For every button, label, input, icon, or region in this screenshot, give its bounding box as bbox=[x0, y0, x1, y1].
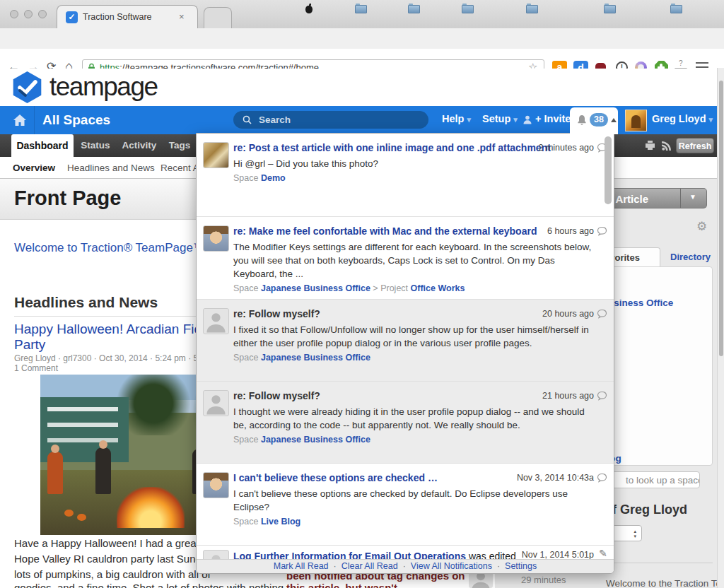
notification-body: I fixed it so that Follow/Unfollow will … bbox=[233, 323, 592, 350]
invite-button[interactable]: + Invite bbox=[535, 113, 571, 124]
subnav-headlines[interactable]: Headlines and News bbox=[67, 163, 155, 173]
article-paragraph-line2: Hope Valley RI cauldron party last Sunda… bbox=[14, 553, 215, 565]
tab-activity[interactable]: Activity bbox=[116, 134, 163, 157]
apple-icon bbox=[305, 6, 313, 13]
window-close-button[interactable] bbox=[10, 10, 18, 18]
all-spaces-title[interactable]: All Spaces bbox=[42, 112, 110, 128]
comment-icon bbox=[597, 391, 607, 401]
person-silhouette-icon bbox=[204, 309, 228, 334]
notification-space-line: Space Japanese Business Office bbox=[233, 353, 607, 363]
tab-title: Traction Software bbox=[83, 12, 152, 22]
notification-item[interactable]: re: Make me feel confortable with Mac an… bbox=[197, 216, 614, 299]
behind-red-text-line2: this article, but wasn't bbox=[286, 582, 397, 588]
article-paragraph-line3: lots of pumpkins, a big cauldron with al… bbox=[14, 568, 211, 580]
space-link[interactable]: Live Blog bbox=[261, 517, 300, 527]
tab-close-icon[interactable]: × bbox=[179, 11, 185, 22]
folder-icon bbox=[462, 5, 474, 13]
article-title-line2[interactable]: Party bbox=[14, 337, 45, 353]
notification-body: The Modifier Keys settings are different… bbox=[233, 240, 592, 281]
browser-scrollbar[interactable] bbox=[717, 68, 724, 588]
notification-item[interactable]: re: Follow myself? I thought we were alr… bbox=[197, 381, 614, 463]
notification-time: 21 hours ago bbox=[542, 391, 594, 401]
new-article-dropdown[interactable] bbox=[680, 188, 707, 208]
notification-space-line: Space Live Blog bbox=[233, 517, 607, 527]
space-link[interactable]: Japanese Business Office bbox=[261, 283, 370, 293]
notification-title[interactable]: re: Make me feel confortable with Mac an… bbox=[233, 225, 559, 238]
panel-scrollbar-thumb[interactable] bbox=[605, 136, 612, 204]
tab-tags[interactable]: Tags bbox=[163, 134, 197, 157]
space-link[interactable]: Demo bbox=[261, 173, 286, 183]
folder-icon bbox=[670, 5, 682, 13]
avatar bbox=[203, 390, 229, 416]
new-tab-button[interactable] bbox=[204, 7, 232, 29]
tab-dashboard[interactable]: Dashboard bbox=[11, 134, 74, 157]
window-zoom-button[interactable] bbox=[38, 10, 47, 18]
tab-status[interactable]: Status bbox=[75, 134, 116, 157]
project-link[interactable]: Office Works bbox=[411, 283, 465, 293]
person-silhouette-icon bbox=[204, 391, 228, 416]
page-title: Front Page bbox=[14, 187, 121, 210]
notification-title[interactable]: re: Follow myself? bbox=[233, 389, 559, 403]
space-link[interactable]: Japanese Business Office bbox=[261, 435, 370, 445]
invite-person-icon[interactable] bbox=[523, 115, 532, 124]
notification-time: 6 hours ago bbox=[547, 226, 594, 236]
folder-icon bbox=[526, 5, 538, 13]
notification-body: I can't believe these options are checke… bbox=[233, 487, 592, 514]
mark-all-read-link[interactable]: Mark All Read bbox=[274, 561, 329, 571]
notification-title[interactable]: re: Follow myself? bbox=[233, 307, 559, 321]
notification-space-line: Space Japanese Business Office > Project… bbox=[233, 283, 607, 293]
refresh-button[interactable]: Refresh bbox=[676, 138, 714, 153]
comment-icon bbox=[597, 309, 607, 319]
window-minimize-button[interactable] bbox=[24, 10, 33, 18]
notification-item[interactable]: I can't believe these options are checke… bbox=[197, 463, 614, 545]
avatar bbox=[203, 472, 229, 498]
browser-toolbar: ← → ⟳ ⌂ https://teampage.tractionsoftwar… bbox=[0, 28, 724, 49]
notification-body: I thought we were already hiding it in t… bbox=[233, 405, 592, 432]
gear-icon[interactable] bbox=[696, 219, 707, 234]
user-menu[interactable]: Greg Lloyd bbox=[652, 113, 713, 124]
settings-link[interactable]: Settings bbox=[505, 561, 537, 571]
welcome-link[interactable]: Welcome to Traction® TeamPage™ bbox=[14, 241, 205, 255]
subnav-overview[interactable]: Overview bbox=[13, 163, 55, 173]
help-menu[interactable]: Help bbox=[442, 113, 471, 124]
pumpkin bbox=[64, 510, 74, 517]
user-avatar[interactable] bbox=[625, 110, 647, 131]
notifications-panel: re: Post a test article with one inline … bbox=[196, 133, 614, 574]
panel-footer: Mark All Read·Clear All Read·View All No… bbox=[197, 559, 614, 573]
notification-item[interactable]: re: Follow myself? I fixed it so that Fo… bbox=[197, 299, 614, 381]
comment-icon bbox=[597, 226, 607, 236]
article-comment-count[interactable]: 1 Comment bbox=[14, 363, 58, 373]
person bbox=[47, 452, 63, 494]
teampage-logo-icon[interactable] bbox=[11, 71, 43, 103]
sidebar-bottom-text: Welcome to the Traction TeamP bbox=[606, 578, 724, 588]
status-of-user-heading: f Greg Lloyd bbox=[612, 502, 687, 517]
view-all-notifications-link[interactable]: View All Notifications bbox=[411, 561, 492, 571]
navbar-divider bbox=[34, 106, 35, 134]
chrome-menu-icon[interactable] bbox=[696, 62, 708, 64]
article-paragraph-line4: goodies, and a fine time. Shot a lot of … bbox=[14, 582, 284, 588]
cauldron-fire bbox=[117, 487, 185, 528]
comment-icon bbox=[597, 473, 607, 483]
bell-icon bbox=[576, 114, 588, 127]
clear-all-read-link[interactable]: Clear All Read bbox=[341, 561, 398, 571]
setup-menu[interactable]: Setup bbox=[482, 113, 518, 124]
notification-title[interactable]: I can't believe these options are checke… bbox=[233, 471, 559, 485]
notifications-toggle[interactable]: 38 bbox=[570, 107, 618, 134]
caret-up-icon bbox=[611, 118, 617, 122]
notification-item[interactable]: re: Post a test article with one inline … bbox=[197, 134, 614, 216]
rss-icon[interactable] bbox=[662, 141, 671, 151]
notification-space-line: Space Japanese Business Office bbox=[233, 435, 607, 445]
sidebar-tab-directory[interactable]: Directory bbox=[670, 252, 711, 262]
scrollbar-thumb[interactable] bbox=[719, 81, 723, 356]
print-icon[interactable] bbox=[645, 141, 655, 151]
sidebar-divider bbox=[612, 563, 713, 563]
space-link[interactable]: Japanese Business Office bbox=[261, 353, 370, 363]
home-space-icon[interactable] bbox=[13, 114, 27, 127]
search-input[interactable]: Search bbox=[233, 111, 428, 129]
pencil-icon bbox=[599, 548, 607, 559]
notification-count-badge: 38 bbox=[590, 113, 608, 127]
notification-body: Hi @grl – Did you take this photo? bbox=[233, 157, 592, 170]
notification-title[interactable]: re: Post a test article with one inline … bbox=[233, 141, 559, 155]
browser-tab[interactable]: ✓ Traction Software × bbox=[57, 5, 198, 29]
subnav-recent[interactable]: Recent A bbox=[160, 163, 199, 173]
